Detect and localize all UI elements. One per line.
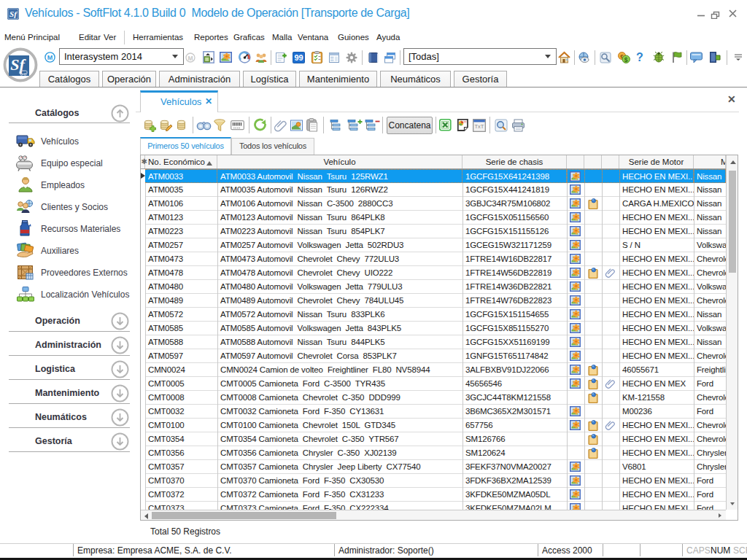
svg-text:M: M (187, 55, 193, 62)
svg-text:99: 99 (294, 53, 303, 62)
svg-text:Sf: Sf (9, 9, 18, 18)
svg-text:$: $ (624, 56, 628, 63)
svg-text:M: M (47, 54, 53, 61)
svg-text:TxT: TxT (475, 123, 484, 130)
